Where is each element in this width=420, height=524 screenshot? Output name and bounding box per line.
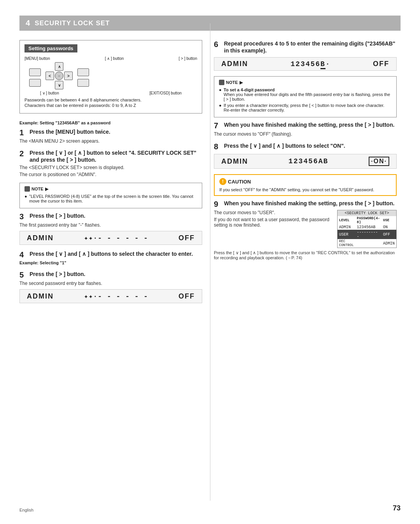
step-4: 4 Press the [ ∨ ] and [ ∧ ] buttons to s… (19, 250, 202, 265)
screen-table-header-level: LEVEL (338, 216, 355, 225)
note-icon-2 (219, 80, 224, 85)
rec-use: ADMIN (382, 239, 396, 248)
step-6-display-label: ADMIN (221, 60, 248, 68)
screen-table-row-rec: REC CONTROL ADMIN (338, 239, 396, 248)
setting-passwords-box: Setting passwords [MENU] button [ ∧ ] bu… (19, 40, 202, 114)
step-8-text: Press the [ ∨ ] and [ ∧ ] buttons to sel… (224, 142, 345, 149)
step-2: 2 Press the [ ∨ ] or [ ∧ ] button to sel… (19, 149, 202, 177)
rec-level: REC CONTROL (338, 239, 355, 248)
note-label-1: NOTE (32, 187, 44, 191)
screen-table-header-use: USE (382, 216, 396, 225)
step-9-number: 9 (214, 200, 222, 208)
note-2-item-1: ● To set a 4-digit password When you hav… (219, 87, 392, 101)
setting-passwords-title: Setting passwords (24, 44, 77, 52)
page-footer: English 73 (19, 504, 401, 512)
step-9: 9 When you have finished making the sett… (214, 200, 397, 260)
page-language: English (19, 508, 33, 512)
step-8-display-status: ·ON· (369, 157, 389, 166)
passwords-desc2: Characters that can be entered in passwo… (24, 103, 197, 108)
screen-table-row-admin: ADMIN 123456AB ON (338, 225, 396, 230)
down-label: [ ∨ ] button (40, 91, 59, 95)
step-6-display-status: OFF (373, 60, 389, 68)
step-1-text: Press the [MENU] button twice. (30, 128, 110, 135)
step-6-number: 6 (214, 40, 222, 49)
step-1-sub: The <MAIN MENU 2> screen appears. (19, 138, 202, 144)
screen-table-title: <SECURITY LOCK SET> (338, 210, 396, 216)
step-3-display-label: ADMIN (27, 234, 54, 242)
step-1-number: 1 (19, 128, 27, 137)
step-8-display-value: 123456AB (289, 157, 328, 165)
note-arrow-1: ▶ (45, 187, 48, 192)
user-use: OFF (382, 230, 396, 239)
step-3-number: 3 (19, 212, 27, 221)
step-4-example: Example: Selecting "1" (19, 260, 202, 265)
step-7-sub: The cursor moves to "OFF" (flashing). (214, 131, 397, 137)
nav-up-button: ∧ (55, 62, 63, 71)
step-2-sub2: The cursor is positioned on "ADMIN". (19, 172, 202, 177)
step-2-number: 2 (19, 149, 27, 158)
note-2-text-1: When you have entered four digits and th… (224, 92, 390, 101)
step-4-number: 4 (19, 250, 27, 259)
step-5-display-label: ADMIN (27, 292, 54, 300)
note-1-item-1: ● "LEVEL PASSWORD (4-8) USE" at the top … (24, 194, 197, 203)
screen-table-row-user: USER ---------- OFF (338, 230, 396, 239)
step-5: 5 Press the [ > ] button. The second pas… (19, 271, 202, 303)
step-7-number: 7 (214, 121, 222, 130)
note-box-1: NOTE ▶ ● "LEVEL PASSWORD (4-8) USE" at t… (19, 183, 202, 208)
step-3: 3 Press the [ > ] button. The first pass… (19, 212, 202, 245)
example-setting-label: Example: Setting "123456AB" as a passwor… (19, 121, 202, 125)
step-9-text: When you have finished making the settin… (224, 200, 394, 207)
exit-label: [EXIT/OSD] button (149, 91, 182, 95)
button-diagram: [MENU] button [ ∧ ] button [ > ] button (24, 56, 197, 95)
step-9-sub2: If you do not want to set a user passwor… (214, 217, 332, 228)
step-6-text: Repeat procedures 4 to 5 to enter the re… (224, 40, 397, 54)
step-9-content: The cursor moves to "USER". If you do no… (214, 210, 397, 248)
step-5-display: ADMIN ✦✦·- - - - - - OFF (19, 289, 202, 303)
menu-button (29, 68, 41, 76)
menu-label: [MENU] button (24, 56, 50, 61)
right-column: 6 Repeat procedures 4 to 5 to enter the … (214, 40, 397, 309)
step-5-display-value: ✦✦·- - - - - - (84, 292, 148, 300)
note-2-bold-1: To set a 4-digit password (224, 87, 275, 92)
step-3-display: ADMIN ✦✦·- - - - - - OFF (19, 231, 202, 245)
exit-button (29, 79, 41, 87)
up-label: [ ∧ ] button (105, 56, 124, 61)
note-2-item-2: ● If you enter a character incorrectly, … (219, 103, 392, 112)
center-divider (210, 23, 210, 501)
admin-password: 123456AB (355, 225, 382, 230)
step-5-number: 5 (19, 271, 27, 279)
user-level: USER (338, 230, 355, 239)
step-3-sub: The first password entry bar "-" flashes… (19, 222, 202, 228)
screen-table: <SECURITY LOCK SET> LEVEL PASSWORD(4-8) … (337, 210, 397, 248)
step-7-text: When you have finished making the settin… (224, 121, 394, 128)
section-title: SECURITY LOCK SET (35, 19, 110, 27)
step-8-number: 8 (214, 142, 222, 151)
note-label-2: NOTE (226, 80, 238, 85)
step-4-text: Press the [ ∨ ] and [ ∧ ] buttons to sel… (30, 250, 193, 257)
step-6: 6 Repeat procedures 4 to 5 to enter the … (214, 40, 397, 71)
step-6-display: ADMIN 123456B· OFF (214, 57, 397, 71)
nav-left-button: < (46, 72, 54, 80)
step-8-display-label: ADMIN (221, 157, 248, 166)
nav-empty-tl (46, 62, 54, 71)
screen-table-header-password: PASSWORD(4-8) (355, 216, 382, 225)
step-2-text: Press the [ ∨ ] or [ ∧ ] button to selec… (30, 149, 202, 163)
note-1-text-1: "LEVEL PASSWORD (4-8) USE" at the top of… (29, 194, 197, 203)
passwords-desc1: Passwords can be between 4 and 8 alphanu… (24, 98, 197, 102)
nav-empty-br (64, 81, 73, 89)
user-password: ---------- (355, 230, 382, 239)
step-9-sub1: The cursor moves to "USER". (214, 210, 332, 215)
step-8: 8 Press the [ ∨ ] and [ ∧ ] buttons to s… (214, 142, 397, 169)
section-number: 4 (26, 19, 30, 28)
caution-box: ! CAUTION If you select "OFF" for the "A… (214, 174, 397, 196)
note-arrow-2: ▶ (240, 80, 243, 85)
page-number: 73 (393, 504, 401, 512)
screen-table-data: LEVEL PASSWORD(4-8) USE ADMIN 123456AB O… (338, 216, 396, 248)
admin-use: ON (382, 225, 396, 230)
admin-level: ADMIN (338, 225, 355, 230)
note-icon-1 (24, 186, 30, 192)
note-box-2: NOTE ▶ ● To set a 4-digit password When … (214, 76, 397, 117)
nav-down-button: ∨ (55, 81, 63, 89)
page: 4 SECURITY LOCK SET Setting passwords [M… (0, 0, 420, 524)
nav-center-button: ○ (55, 72, 63, 80)
